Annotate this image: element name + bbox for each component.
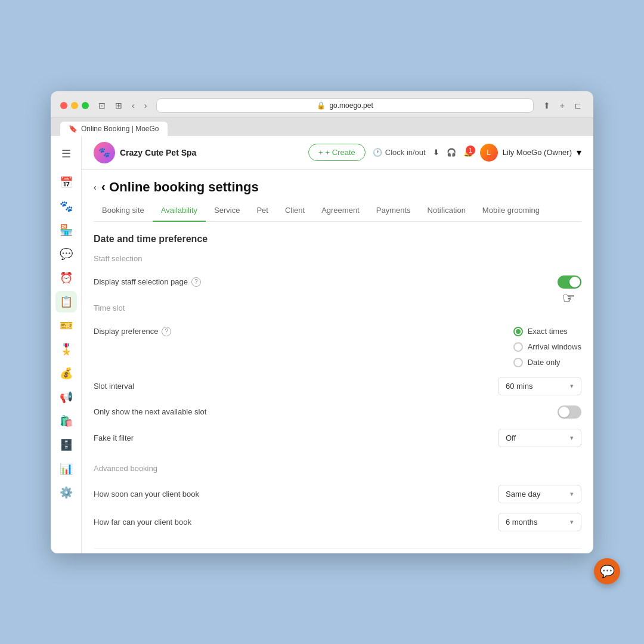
page-title: ‹ Online booking settings (101, 179, 259, 195)
next-available-knob (559, 407, 569, 417)
sidebar-item-campaigns[interactable]: 📢 (55, 386, 77, 408)
radio-arrival-label: Arrival windows (528, 342, 581, 351)
tab-grid-icon[interactable]: ⊞ (113, 100, 125, 112)
how-far-dropdown[interactable]: 6 months ▾ (498, 513, 581, 531)
how-soon-row: How soon can your client book Same day ▾ (94, 480, 581, 508)
browser-window: ⊡ ⊞ ‹ › 🔒 go.moego.pet ⬆ + ⊏ 🔖 Online Bo… (51, 91, 593, 553)
radio-exact-btn (513, 327, 523, 336)
sidebar-item-settings[interactable]: ⚙️ (55, 482, 77, 503)
brand-name: Crazy Cute Pet Spa (120, 148, 196, 157)
sidebar-item-reminders[interactable]: ⏰ (55, 267, 77, 289)
tab-availability[interactable]: Availability (153, 200, 206, 222)
browser-titlebar: ⊡ ⊞ ‹ › 🔒 go.moego.pet ⬆ + ⊏ (51, 91, 593, 118)
tab-payments[interactable]: Payments (368, 200, 419, 222)
tab-notification[interactable]: Notification (419, 200, 474, 222)
download-icon: ⬇ (433, 148, 439, 157)
share-icon[interactable]: ⬆ (541, 100, 553, 112)
page-content: ‹ ‹ Online booking settings Booking site… (82, 170, 593, 549)
clock-in-button[interactable]: 🕐 Clock in/out (373, 148, 426, 157)
tab-booking-site[interactable]: Booking site (94, 200, 153, 222)
minimize-button[interactable] (71, 102, 78, 109)
display-pref-info-icon[interactable]: ? (162, 327, 171, 336)
avatar: L (480, 144, 498, 162)
sidebar: ☰ 📅 🐾 🏪 💬 ⏰ 📋 🎫 🎖️ 💰 📢 🛍️ 🗄️ 📊 ⚙️ (51, 136, 82, 553)
radio-exact-label: Exact times (528, 327, 568, 336)
clock-icon: 🕐 (373, 148, 382, 157)
header-actions: + + Create 🕐 Clock in/out ⬇ 🎧 (308, 144, 581, 162)
sidebar-item-tickets[interactable]: 🎫 (55, 315, 77, 336)
next-available-toggle[interactable] (558, 405, 581, 419)
maximize-button[interactable] (82, 102, 89, 109)
browser-actions: ⬆ + ⊏ (541, 100, 584, 112)
tab-client[interactable]: Client (277, 200, 313, 222)
sidebar-item-messages[interactable]: 💬 (55, 243, 77, 265)
staff-toggle-area: ☞ (558, 275, 581, 289)
download-button[interactable]: ⬇ (433, 148, 439, 157)
slot-interval-dropdown[interactable]: 60 mins ▾ (498, 377, 581, 395)
fake-it-dropdown[interactable]: Off ▾ (498, 429, 581, 447)
chat-icon: 💬 (600, 564, 615, 578)
date-time-section-title: Date and time preference (94, 234, 581, 244)
brand-logo: 🐾 (94, 142, 115, 163)
forward-icon[interactable]: › (142, 100, 150, 112)
traffic-lights (60, 102, 89, 109)
extensions-icon[interactable]: ⊏ (572, 100, 584, 112)
user-avatar-area[interactable]: L Lily MoeGo (Owner) ▾ (480, 144, 581, 162)
how-soon-arrow-icon: ▾ (570, 490, 574, 498)
sidebar-item-loyalty[interactable]: 🎖️ (55, 339, 77, 360)
tab-service[interactable]: Service (206, 200, 248, 222)
radio-arrival-btn (513, 342, 523, 352)
sidebar-item-clients[interactable]: 🐾 (55, 196, 77, 217)
sidebar-item-payments[interactable]: 💰 (55, 363, 77, 384)
display-staff-row: Display staff selection page ? ☞ (94, 270, 581, 294)
tab-pet[interactable]: Pet (248, 200, 277, 222)
headset-button[interactable]: 🎧 (447, 148, 456, 157)
display-pref-label: Display preference ? (94, 327, 171, 336)
browser-tab[interactable]: 🔖 Online Booking | MoeGo (60, 122, 168, 136)
how-soon-label: How soon can your client book (94, 490, 199, 499)
radio-date-only[interactable]: Date only (513, 358, 581, 367)
create-button[interactable]: + + Create (308, 144, 366, 161)
slot-interval-label: Slot interval (94, 382, 134, 391)
page-header: ‹ ‹ Online booking settings (94, 170, 581, 200)
advanced-booking-label: Advanced booking (94, 464, 581, 473)
toggle-knob (569, 277, 580, 287)
how-far-label: How far can your client book (94, 518, 191, 527)
chat-bubble-button[interactable]: 💬 (594, 558, 620, 584)
new-tab-icon[interactable]: + (558, 100, 567, 112)
tab-label: Online Booking | MoeGo (81, 125, 159, 133)
sidebar-item-menu[interactable]: ☰ (55, 143, 77, 165)
tab-icon: 🔖 (69, 125, 78, 133)
radio-arrival-windows[interactable]: Arrival windows (513, 342, 581, 352)
radio-exact-times[interactable]: Exact times (513, 327, 581, 336)
brand: 🐾 Crazy Cute Pet Spa (94, 142, 301, 163)
display-pref-radio-group: Exact times Arrival windows Date only (513, 327, 581, 367)
back-button[interactable]: ‹ (94, 182, 97, 192)
tab-agreement[interactable]: Agreement (313, 200, 368, 222)
radio-date-btn (513, 358, 523, 367)
display-staff-info-icon[interactable]: ? (191, 277, 201, 287)
notification-area: 🔔 1 (463, 148, 473, 157)
sidebar-item-calendar[interactable]: 📅 (55, 172, 77, 193)
sidebar-item-reports[interactable]: 📊 (55, 458, 77, 479)
sidebar-item-booking[interactable]: 📋 (55, 291, 77, 312)
display-staff-label: Display staff selection page ? (94, 277, 201, 287)
tab-mobile-grooming[interactable]: Mobile grooming (474, 200, 548, 222)
address-bar[interactable]: 🔒 go.moego.pet (156, 98, 533, 113)
close-button[interactable] (60, 102, 67, 109)
lock-icon: 🔒 (317, 101, 326, 110)
display-pref-row: Display preference ? Exact times (94, 320, 581, 372)
how-far-row: How far can your client book 6 months ▾ (94, 508, 581, 536)
create-plus-icon: + (318, 148, 323, 157)
sidebar-item-vault[interactable]: 🗄️ (55, 434, 77, 456)
back-icon[interactable]: ‹ (129, 100, 137, 112)
display-staff-toggle[interactable] (558, 275, 581, 289)
sidebar-toggle-icon[interactable]: ⊡ (96, 100, 108, 112)
browser-controls: ⊡ ⊞ ‹ › (96, 100, 149, 112)
sidebar-item-store[interactable]: 🛍️ (55, 410, 77, 432)
slot-interval-arrow-icon: ▾ (570, 382, 574, 390)
sidebar-item-inventory[interactable]: 🏪 (55, 219, 77, 241)
how-soon-dropdown[interactable]: Same day ▾ (498, 485, 581, 503)
url-text: go.moego.pet (329, 101, 373, 110)
clock-in-label: Clock in/out (385, 148, 426, 157)
